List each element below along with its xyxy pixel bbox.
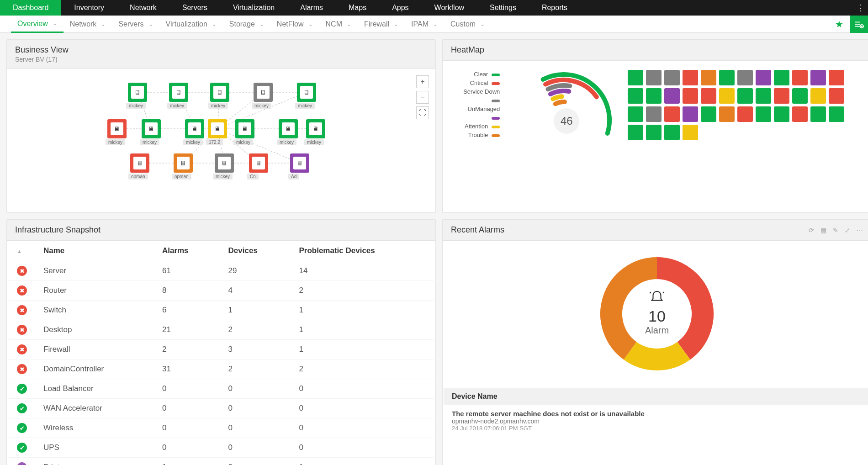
col-status[interactable]: ▲ xyxy=(9,241,35,261)
col-alarms[interactable]: Alarms xyxy=(154,241,220,261)
table-row[interactable]: ✖Router842 xyxy=(9,281,434,301)
topology-node[interactable]: 🖥 xyxy=(254,83,273,102)
topology-node[interactable]: 🖥 xyxy=(306,119,325,138)
heatmap-cell[interactable] xyxy=(756,70,771,85)
heatmap-cell[interactable] xyxy=(810,106,826,122)
heatmap-cell[interactable] xyxy=(628,125,643,140)
table-row[interactable]: ✖Firewall231 xyxy=(9,340,434,359)
nav-tab-servers[interactable]: Servers xyxy=(169,0,220,16)
table-row[interactable]: ✖Switch611 xyxy=(9,301,434,320)
topology-node[interactable]: 🖥 xyxy=(128,83,147,102)
heatmap-cell[interactable] xyxy=(664,106,680,122)
heatmap-cell[interactable] xyxy=(774,106,789,122)
table-row[interactable]: ✔UPS000 xyxy=(9,438,434,458)
col-name[interactable]: Name xyxy=(35,241,154,261)
heatmap-cell[interactable] xyxy=(737,106,753,122)
heatmap-cell[interactable] xyxy=(701,106,716,122)
heatmap-cell[interactable] xyxy=(810,70,826,85)
heatmap-cell[interactable] xyxy=(737,70,753,85)
topology-node[interactable]: 🖥 xyxy=(290,153,309,173)
heatmap-cell[interactable] xyxy=(628,70,643,85)
menu-icon[interactable]: ⋯ xyxy=(857,227,863,234)
topology-node[interactable]: 🖥 xyxy=(297,83,316,102)
topology-node[interactable]: 🖥 xyxy=(169,83,188,102)
col-device-name[interactable]: Device Name xyxy=(444,388,868,405)
topology-node[interactable]: 🖥 xyxy=(235,119,254,138)
topology-node[interactable]: 🖥 xyxy=(174,153,193,173)
filter-icon[interactable]: ▦ xyxy=(820,227,826,234)
topology-node[interactable]: 🖥 xyxy=(208,119,227,138)
heatmap-cell[interactable] xyxy=(792,88,808,104)
heatmap-cell[interactable] xyxy=(719,70,735,85)
heatmap-cell[interactable] xyxy=(756,88,771,104)
nav-tab-virtualization[interactable]: Virtualization xyxy=(220,0,287,16)
more-menu-icon[interactable]: ⋮ xyxy=(852,0,868,16)
topology-node[interactable]: 🖥 xyxy=(185,119,204,138)
topology-node[interactable]: 🖥 xyxy=(142,119,161,138)
subnav-custom[interactable]: Custom⌄ xyxy=(444,16,491,33)
heatmap-cell[interactable] xyxy=(664,125,680,140)
heatmap-cell[interactable] xyxy=(829,70,844,85)
heatmap-cell[interactable] xyxy=(792,70,808,85)
table-row[interactable]: ✖Desktop2121 xyxy=(9,320,434,340)
fullscreen-button[interactable]: ⛶ xyxy=(416,106,429,119)
nav-tab-inventory[interactable]: Inventory xyxy=(61,0,117,16)
table-row[interactable]: ✖DomainController3122 xyxy=(9,359,434,379)
favorite-icon[interactable]: ★ xyxy=(829,19,850,30)
subnav-overview[interactable]: Overview⌄ xyxy=(11,16,64,33)
heatmap-cell[interactable] xyxy=(646,70,662,85)
nav-tab-dashboard[interactable]: Dashboard xyxy=(0,0,61,16)
heatmap-cell[interactable] xyxy=(701,70,716,85)
refresh-icon[interactable]: ⟳ xyxy=(809,227,814,234)
subnav-firewall[interactable]: Firewall⌄ xyxy=(358,16,405,33)
zoom-out-button[interactable]: − xyxy=(416,91,429,104)
topology-node[interactable]: 🖥 xyxy=(215,153,234,173)
nav-tab-network[interactable]: Network xyxy=(117,0,169,16)
heatmap-cell[interactable] xyxy=(810,88,826,104)
subnav-ncm[interactable]: NCM⌄ xyxy=(319,16,358,33)
heatmap-cell[interactable] xyxy=(646,106,662,122)
heatmap-cell[interactable] xyxy=(628,88,643,104)
heatmap-cell[interactable] xyxy=(719,106,735,122)
table-row[interactable]: ↓Printer121 xyxy=(9,458,434,465)
table-row[interactable]: ✔Wireless000 xyxy=(9,418,434,438)
heatmap-cell[interactable] xyxy=(737,88,753,104)
heatmap-cell[interactable] xyxy=(664,88,680,104)
table-row[interactable]: ✔WAN Accelerator000 xyxy=(9,399,434,418)
heatmap-cell[interactable] xyxy=(792,106,808,122)
expand-icon[interactable]: ⤢ xyxy=(845,227,850,234)
add-widget-button[interactable] xyxy=(850,16,868,33)
edit-icon[interactable]: ✎ xyxy=(833,227,838,234)
heatmap-cell[interactable] xyxy=(829,106,844,122)
nav-tab-maps[interactable]: Maps xyxy=(336,0,379,16)
alarm-row[interactable]: The remote server machine does not exist… xyxy=(444,406,868,435)
nav-tab-alarms[interactable]: Alarms xyxy=(287,0,336,16)
heatmap-cell[interactable] xyxy=(774,88,789,104)
col-devices[interactable]: Devices xyxy=(220,241,291,261)
heatmap-cell[interactable] xyxy=(701,88,716,104)
heatmap-cell[interactable] xyxy=(646,88,662,104)
topology-node[interactable]: 🖥 xyxy=(279,119,298,138)
heatmap-cell[interactable] xyxy=(774,70,789,85)
heatmap-cell[interactable] xyxy=(683,106,698,122)
heatmap-cell[interactable] xyxy=(719,88,735,104)
nav-tab-settings[interactable]: Settings xyxy=(477,0,529,16)
heatmap-cell[interactable] xyxy=(829,88,844,104)
subnav-storage[interactable]: Storage⌄ xyxy=(223,16,270,33)
heatmap-cell[interactable] xyxy=(683,70,698,85)
zoom-in-button[interactable]: + xyxy=(416,75,429,88)
topology-node[interactable]: 🖥 xyxy=(130,153,149,173)
heatmap-cell[interactable] xyxy=(683,88,698,104)
topology-node[interactable]: 🖥 xyxy=(107,119,127,138)
heatmap-cell[interactable] xyxy=(756,106,771,122)
nav-tab-workflow[interactable]: Workflow xyxy=(422,0,477,16)
nav-tab-apps[interactable]: Apps xyxy=(379,0,421,16)
subnav-network[interactable]: Network⌄ xyxy=(64,16,112,33)
heatmap-cell[interactable] xyxy=(683,125,698,140)
subnav-virtualization[interactable]: Virtualization⌄ xyxy=(159,16,223,33)
table-row[interactable]: ✖Server612914 xyxy=(9,261,434,281)
heatmap-cell[interactable] xyxy=(664,70,680,85)
subnav-netflow[interactable]: NetFlow⌄ xyxy=(270,16,319,33)
topology-node[interactable]: 🖥 xyxy=(249,153,268,173)
table-row[interactable]: ✔Load Balancer000 xyxy=(9,379,434,399)
